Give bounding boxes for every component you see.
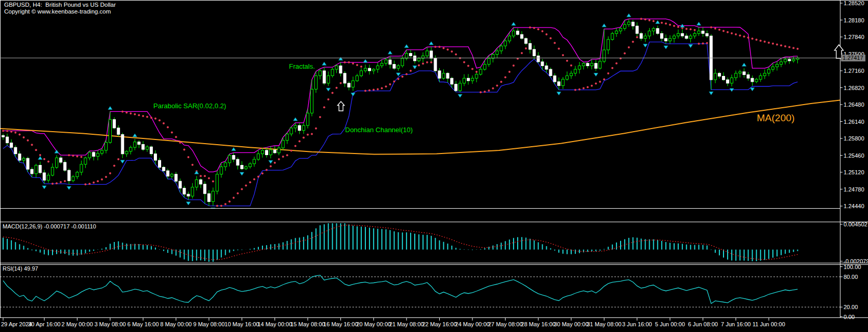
fractal-down-arrow-icon — [186, 202, 190, 205]
fractal-down-arrow-icon — [326, 88, 331, 91]
fractal-down-arrow-icon — [240, 172, 244, 175]
time-axis-label[interactable]: 7 Jun 16:00 — [721, 321, 751, 327]
rsi-layer[interactable] — [0, 275, 840, 307]
fractal-up-arrow-icon — [232, 147, 236, 150]
chart-canvas[interactable]: 1.285201.281801.278401.275001.271601.268… — [0, 0, 868, 332]
time-axis-label[interactable]: 5 Jun 00:00 — [655, 321, 685, 327]
time-axis-label[interactable]: 16 May 16:00 — [323, 321, 358, 327]
price-axis-label[interactable]: 1.27160 — [844, 68, 864, 74]
price-axis-label[interactable]: 1.26140 — [844, 119, 864, 125]
psar-dots-layer — [2, 18, 799, 207]
fractals-layer — [38, 14, 754, 211]
price-axis-label[interactable]: 1.25460 — [844, 152, 864, 159]
trading-chart-window: 1.285201.281801.278401.275001.271601.268… — [0, 0, 868, 332]
time-axis-label[interactable]: 6 Jun 08:00 — [688, 321, 718, 327]
price-axis-label[interactable]: 1.26820 — [844, 85, 864, 91]
time-axis-label[interactable]: 3 May 08:00 — [95, 321, 126, 327]
price-axis-label[interactable]: 1.24440 — [844, 203, 864, 209]
time-axis-label[interactable]: 15 May 08:00 — [291, 321, 325, 327]
fractal-up-arrow-icon — [55, 150, 59, 153]
fractal-up-arrow-icon — [696, 22, 701, 25]
fractal-up-arrow-icon — [627, 14, 631, 17]
fractal-down-arrow-icon — [643, 44, 648, 47]
fractal-down-arrow-icon — [664, 46, 668, 49]
macd-signal-line — [3, 225, 798, 260]
time-axis-label[interactable]: 27 May 08:00 — [488, 321, 523, 327]
time-axis-label[interactable]: 2 May 00:00 — [61, 321, 93, 327]
up-arrow-annotation-icon[interactable] — [338, 101, 345, 111]
fractal-up-arrow-icon — [511, 22, 516, 25]
fractal-down-arrow-icon — [750, 88, 754, 91]
fractal-up-arrow-icon — [194, 171, 199, 174]
fractal-down-arrow-icon — [351, 93, 355, 96]
price-axis-label[interactable]: 1.25800 — [844, 135, 864, 142]
time-axis-label[interactable]: 29 Apr 2024 — [1, 321, 32, 327]
fractal-down-arrow-icon — [413, 66, 417, 69]
rsi-axis-label[interactable]: 0.00 — [844, 314, 854, 320]
price-axis-label[interactable]: 1.26480 — [844, 101, 864, 108]
fractal-down-arrow-icon — [67, 186, 71, 189]
rsi-line — [3, 275, 798, 303]
time-axis-label[interactable]: 30 May 00:00 — [554, 321, 589, 327]
main-chart-layer[interactable] — [0, 14, 840, 211]
fractal-up-arrow-icon — [322, 62, 326, 65]
time-axis-label[interactable]: 31 May 08:00 — [587, 321, 622, 327]
time-axis-label[interactable]: 8 May 00:00 — [160, 321, 192, 327]
fractal-down-arrow-icon — [689, 45, 693, 48]
macd-layer[interactable] — [3, 223, 798, 262]
fractal-down-arrow-icon — [557, 92, 561, 95]
current-price-tag: 1.27417 — [841, 55, 865, 61]
rsi-axis-label[interactable]: 80.00 — [844, 274, 858, 280]
fractal-down-arrow-icon — [396, 73, 400, 76]
fractal-up-arrow-icon — [293, 118, 297, 121]
time-axis-label[interactable]: 14 May 00:00 — [257, 321, 292, 327]
fractal-up-arrow-icon — [602, 24, 606, 27]
fractal-down-arrow-icon — [709, 92, 713, 95]
price-axis-label[interactable]: 1.24780 — [844, 186, 864, 193]
price-axis-label[interactable]: 1.27840 — [844, 34, 864, 40]
fractal-up-arrow-icon — [363, 59, 367, 62]
time-axis-label[interactable]: 6 May 16:00 — [127, 321, 159, 327]
fractal-up-arrow-icon — [655, 20, 660, 23]
price-axis-label[interactable]: 1.25120 — [844, 169, 864, 175]
ma200-line — [0, 100, 840, 154]
rsi-axis-label[interactable]: 20.00 — [844, 304, 858, 310]
time-axis-label[interactable]: 28 May 16:00 — [521, 321, 556, 327]
fractal-down-arrow-icon — [42, 186, 46, 189]
price-axis-label[interactable]: 1.28520 — [844, 0, 864, 6]
time-axis-label[interactable]: 3 Jun 16:00 — [622, 321, 652, 327]
price-axis-label[interactable]: 1.28180 — [844, 17, 864, 23]
time-axis-label[interactable]: 30 Apr 16:00 — [28, 321, 60, 327]
fractal-down-arrow-icon — [269, 160, 273, 163]
fractal-down-arrow-icon — [594, 73, 598, 76]
macd-axis-label[interactable]: 0.004502 — [844, 221, 867, 227]
fractal-down-arrow-icon — [121, 160, 125, 163]
fractal-up-arrow-icon — [404, 45, 409, 48]
time-axis-label[interactable]: 21 May 08:00 — [389, 321, 424, 327]
time-axis-label[interactable]: 24 May 00:00 — [455, 321, 490, 327]
time-axis-label[interactable]: 10 May 16:00 — [225, 321, 259, 327]
fractal-up-arrow-icon — [133, 134, 137, 137]
fractal-up-arrow-icon — [108, 106, 112, 109]
fractal-down-arrow-icon — [730, 88, 734, 92]
candles-layer — [2, 19, 799, 206]
fractal-up-arrow-icon — [38, 157, 42, 160]
time-axis-label[interactable]: 9 May 08:00 — [193, 321, 225, 327]
axes-layer: 1.285201.281801.278401.275001.271601.268… — [0, 0, 868, 327]
fractal-up-arrow-icon — [338, 57, 343, 60]
time-axis-label[interactable]: 20 May 00:00 — [356, 321, 391, 327]
time-axis-label[interactable]: 11 Jun 00:00 — [753, 321, 785, 327]
time-axis-label[interactable]: 22 May 16:00 — [422, 321, 457, 327]
rsi-axis-label[interactable]: 100.00 — [844, 264, 861, 270]
fractal-up-arrow-icon — [742, 63, 746, 66]
fractal-down-arrow-icon — [458, 94, 462, 97]
fractal-up-arrow-icon — [388, 51, 392, 54]
fractal-up-arrow-icon — [429, 42, 433, 45]
